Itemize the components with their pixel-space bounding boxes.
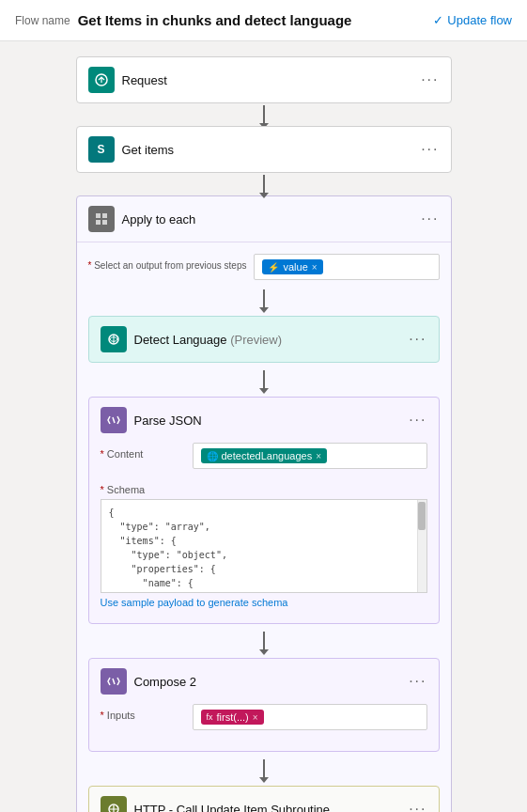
checkmark-icon: ✓ [433, 13, 443, 27]
http-menu[interactable]: ··· [409, 801, 426, 812]
getitems-step: S Get items ··· [76, 126, 452, 173]
value-token: ⚡ value × [262, 259, 322, 274]
remove-value-token[interactable]: × [312, 262, 318, 273]
getitems-icon: S [88, 136, 115, 163]
request-title: Request [122, 73, 414, 87]
compose2-title: Compose 2 [134, 675, 402, 689]
content-label: Content [101, 443, 185, 460]
detect-language-subtitle: (Preview) [230, 333, 282, 347]
svg-rect-4 [102, 220, 107, 225]
flow-name-label: Flow name [15, 14, 70, 27]
first-icon: fx [207, 712, 213, 722]
canvas: Request ··· S Get items ··· [0, 41, 527, 812]
parse-json-title: Parse JSON [134, 414, 402, 428]
value-token-label: value [283, 261, 307, 273]
svg-rect-2 [102, 213, 107, 218]
getitems-title: Get items [122, 143, 414, 157]
arrow-2 [263, 175, 265, 194]
connector-2 [263, 173, 265, 195]
flow-title: Get Items in chunks and detect language [78, 12, 434, 28]
apply-each-title: Apply to each [122, 212, 414, 226]
detect-language-title: Detect Language (Preview) [134, 333, 402, 347]
parse-json-icon [101, 407, 127, 433]
parse-json-step: Parse JSON ··· Content 🌐 detectedLanguag… [88, 397, 440, 624]
select-output-label: Select an output from previous steps [88, 254, 247, 272]
arrow-1 [263, 105, 265, 124]
page-header: Flow name Get Items in chunks and detect… [0, 0, 527, 41]
detected-languages-label: detectedLanguages [222, 450, 313, 461]
svg-rect-1 [96, 213, 101, 218]
http-icon [101, 796, 127, 812]
content-field[interactable]: 🌐 detectedLanguages × [193, 443, 427, 469]
value-icon: ⚡ [268, 262, 279, 273]
request-step: Request ··· [76, 56, 452, 103]
parse-json-menu[interactable]: ··· [409, 412, 426, 429]
select-output-field[interactable]: ⚡ value × [254, 254, 439, 280]
schema-scrollbar-thumb [418, 502, 426, 530]
apply-each-menu[interactable]: ··· [421, 211, 439, 227]
http-title: HTTP - Call Update Item Subroutine [134, 803, 402, 813]
schema-label: Schema [101, 478, 427, 495]
first-token: fx first(...) × [201, 710, 264, 725]
compose2-step: Compose 2 ··· Inputs fx first(...) × [88, 658, 440, 752]
svg-rect-3 [96, 220, 101, 225]
apply-each-body: Select an output from previous steps ⚡ v… [77, 242, 451, 812]
apply-each-container: Apply to each ··· Select an output from … [76, 195, 452, 812]
request-icon [88, 67, 115, 93]
schema-scrollbar[interactable] [417, 500, 426, 592]
http-header: HTTP - Call Update Item Subroutine ··· [89, 787, 439, 812]
update-flow-label: Update flow [447, 13, 512, 27]
detect-language-icon [101, 326, 127, 352]
detect-language-menu[interactable]: ··· [409, 331, 426, 348]
schema-text: { "type": "array", "items": { "type": "o… [109, 508, 245, 593]
connector-1 [263, 103, 265, 126]
remove-content-token[interactable]: × [316, 451, 321, 461]
detect-token-icon: 🌐 [207, 451, 218, 461]
inputs-label: Inputs [101, 704, 185, 721]
schema-field[interactable]: { "type": "array", "items": { "type": "o… [101, 499, 427, 593]
compose2-menu[interactable]: ··· [409, 673, 426, 690]
request-menu[interactable]: ··· [421, 71, 439, 88]
detect-language-step: Detect Language (Preview) ··· [88, 316, 440, 363]
generate-schema-link[interactable]: Use sample payload to generate schema [101, 597, 427, 608]
update-flow-button[interactable]: ✓ Update flow [433, 13, 512, 27]
remove-first-token[interactable]: × [253, 712, 258, 723]
apply-each-icon [88, 206, 115, 232]
apply-each-header: Apply to each ··· [77, 196, 451, 242]
inputs-field[interactable]: fx first(...) × [193, 704, 427, 730]
first-token-label: first(...) [217, 711, 249, 723]
compose2-icon [101, 668, 127, 695]
http-call-step: HTTP - Call Update Item Subroutine ··· M… [88, 786, 440, 812]
detected-languages-token: 🌐 detectedLanguages × [201, 448, 328, 463]
getitems-menu[interactable]: ··· [421, 141, 439, 158]
